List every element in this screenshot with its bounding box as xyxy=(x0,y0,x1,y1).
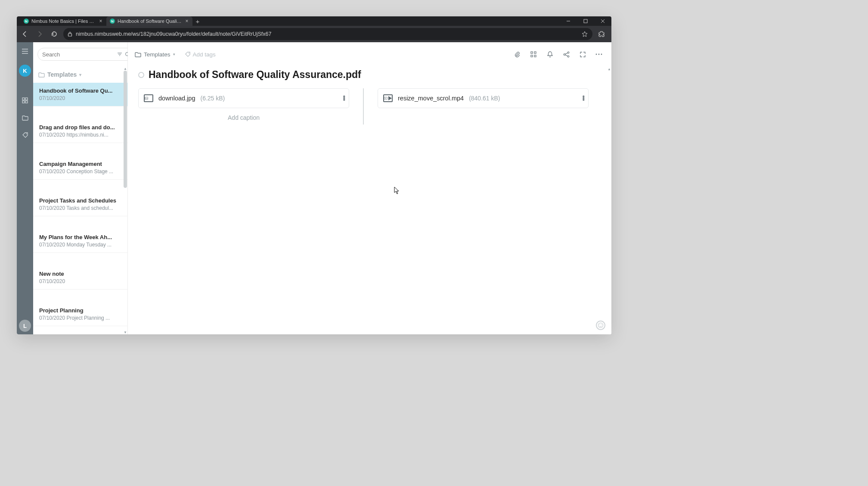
attachment-more-icon[interactable]: ••• xyxy=(582,96,584,101)
tab-title: Nimbus Note Basics | Files and a xyxy=(31,19,96,24)
svg-point-29 xyxy=(598,54,600,55)
checkbox-icon[interactable] xyxy=(138,72,144,78)
scroll-thumb[interactable] xyxy=(124,71,127,188)
column-divider[interactable] xyxy=(363,88,364,125)
svg-point-23 xyxy=(567,52,569,53)
new-tab-button[interactable]: + xyxy=(192,16,203,26)
user-avatar[interactable]: L xyxy=(19,320,31,332)
note-list-item[interactable]: Handbook of Software Qu...07/10/2020 xyxy=(33,83,127,106)
video-icon xyxy=(383,94,393,102)
svg-line-26 xyxy=(565,53,567,54)
svg-point-28 xyxy=(596,54,597,55)
expand-icon[interactable] xyxy=(577,49,588,60)
svg-rect-19 xyxy=(531,52,533,53)
note-item-title: Project Tasks and Schedules xyxy=(39,197,121,204)
url-text: nimbus.nimbusweb.me/ws/182jnu09ucwa0ryu/… xyxy=(76,31,271,37)
svg-rect-9 xyxy=(25,98,28,100)
document-body[interactable]: Handbook of Software Quality Assurance.p… xyxy=(128,66,611,334)
forward-button[interactable] xyxy=(34,28,45,40)
search-input[interactable] xyxy=(37,48,135,61)
tab-title: Handbook of Software Quality A xyxy=(118,19,182,24)
extensions-icon[interactable] xyxy=(596,28,607,40)
note-item-title: Drag and drop files and do... xyxy=(39,124,121,131)
add-tags-button[interactable]: Add tags xyxy=(185,51,216,58)
favicon-icon: N xyxy=(24,19,29,24)
note-list-item[interactable]: Project Planning07/10/2020 Project Plann… xyxy=(33,302,127,326)
sidebar-header[interactable]: Templates ▾ xyxy=(33,66,127,83)
emoji-icon[interactable] xyxy=(596,321,605,330)
attachment-more-icon[interactable]: ••• xyxy=(343,96,344,101)
svg-point-24 xyxy=(564,53,565,55)
note-item-title: My Plans for the Week Ah... xyxy=(39,234,121,240)
more-icon[interactable] xyxy=(593,49,604,60)
grid-icon[interactable] xyxy=(19,95,31,106)
browser-tab[interactable]: N Nimbus Note Basics | Files and a × xyxy=(20,16,106,26)
attachment-card[interactable]: download.jpg (6.25 kB) ••• xyxy=(138,88,349,108)
close-icon[interactable]: × xyxy=(185,19,189,23)
svg-rect-11 xyxy=(25,101,28,103)
note-list-item[interactable]: My Plans for the Week Ah...07/10/2020 Mo… xyxy=(33,229,127,253)
address-bar: nimbus.nimbusweb.me/ws/182jnu09ucwa0ryu/… xyxy=(17,26,611,42)
scroll-up-icon[interactable]: ▲ xyxy=(123,66,127,71)
left-rail: K L xyxy=(17,42,33,334)
bell-icon[interactable] xyxy=(544,49,555,60)
minimize-icon[interactable] xyxy=(560,16,577,26)
tag-icon[interactable] xyxy=(19,129,31,140)
note-item-subtitle: 07/10/2020 https://nimbus.ni... xyxy=(39,132,121,138)
url-input[interactable]: nimbus.nimbusweb.me/ws/182jnu09ucwa0ryu/… xyxy=(63,28,592,40)
note-item-title: Project Planning xyxy=(39,307,121,314)
chevron-down-icon: ▾ xyxy=(79,72,81,77)
note-title[interactable]: Handbook of Software Quality Assurance.p… xyxy=(149,69,361,81)
add-tags-label: Add tags xyxy=(193,51,216,58)
folder-icon[interactable] xyxy=(19,112,31,123)
svg-point-32 xyxy=(146,98,146,98)
svg-rect-10 xyxy=(22,101,25,103)
hamburger-icon[interactable] xyxy=(19,46,31,57)
svg-point-25 xyxy=(567,56,569,57)
window-controls xyxy=(560,16,611,26)
breadcrumb[interactable]: Templates ▾ xyxy=(135,51,175,58)
note-item-title: Handbook of Software Qu... xyxy=(39,87,121,94)
note-gap xyxy=(33,106,127,119)
note-list-item[interactable]: Drag and drop files and do...07/10/2020 … xyxy=(33,119,127,143)
sidebar-scrollbar[interactable]: ▲ ▼ xyxy=(123,66,127,334)
search-field[interactable] xyxy=(42,51,115,58)
svg-point-18 xyxy=(188,53,189,53)
image-icon xyxy=(144,94,153,102)
star-icon[interactable] xyxy=(581,31,588,37)
svg-line-27 xyxy=(565,55,567,56)
folder-icon xyxy=(135,52,141,57)
reload-button[interactable] xyxy=(49,28,60,40)
workspace-avatar[interactable]: K xyxy=(19,65,31,77)
note-item-subtitle: 07/10/2020 Conception Stage ... xyxy=(39,168,121,174)
close-icon[interactable]: × xyxy=(99,19,103,23)
sidebar-header-label: Templates xyxy=(47,71,77,78)
note-item-subtitle: 07/10/2020 Monday Tuesday ... xyxy=(39,242,121,248)
filter-icon[interactable] xyxy=(117,52,122,56)
note-item-title: Campaign Management xyxy=(39,161,121,167)
sidebar: + Templates ▾ Handbook of Software Qu...… xyxy=(33,42,128,334)
attachment-icon[interactable] xyxy=(512,49,523,60)
svg-point-30 xyxy=(601,54,602,55)
browser-tab[interactable]: N Handbook of Software Quality A × xyxy=(106,16,192,26)
close-window-icon[interactable] xyxy=(594,16,611,26)
note-item-subtitle: 07/10/2020 Tasks and schedul... xyxy=(39,205,121,211)
scroll-down-icon[interactable]: ▼ xyxy=(123,330,127,334)
note-list-item[interactable]: Project Tasks and Schedules07/10/2020 Ta… xyxy=(33,193,127,216)
back-button[interactable] xyxy=(19,28,31,40)
attachment-card[interactable]: resize_move_scrol.mp4 (840.61 kB) ••• xyxy=(378,88,589,108)
svg-rect-21 xyxy=(531,55,533,57)
note-item-title: New note xyxy=(39,271,121,277)
note-gap xyxy=(33,290,127,302)
note-gap xyxy=(33,253,127,266)
share-icon[interactable] xyxy=(561,49,572,60)
maximize-icon[interactable] xyxy=(577,16,594,26)
svg-rect-1 xyxy=(584,19,587,23)
note-list-item[interactable]: New note07/10/2020 xyxy=(33,266,127,290)
note-list-item[interactable]: Campaign Management07/10/2020 Conception… xyxy=(33,156,127,180)
grid-view-icon[interactable] xyxy=(528,49,539,60)
note-item-subtitle: 07/10/2020 xyxy=(39,278,121,284)
svg-point-12 xyxy=(26,133,27,134)
attachment-filesize: (6.25 kB) xyxy=(200,95,225,102)
caption-input[interactable]: Add caption xyxy=(138,114,349,121)
